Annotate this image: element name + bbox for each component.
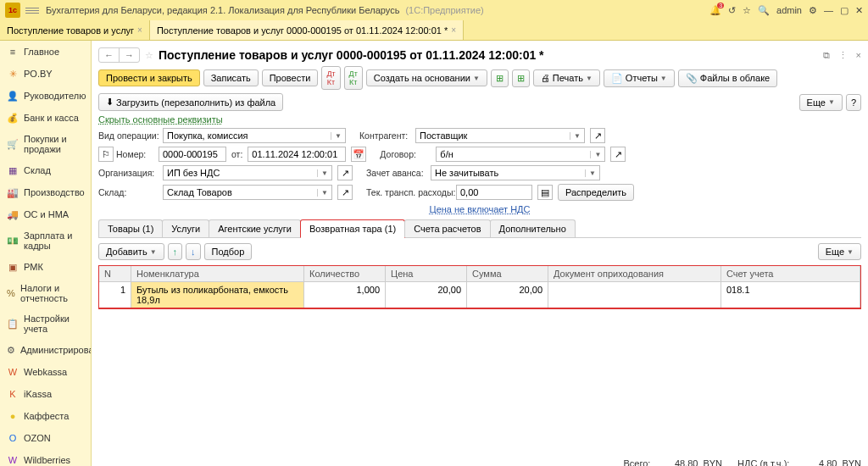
sidebar-item[interactable]: ▦Склад (0, 159, 91, 181)
table-row[interactable]: 1 Бутыль из поликарбоната, емкость 18,9л… (99, 282, 860, 308)
user-label[interactable]: admin (776, 5, 802, 15)
open-wh-icon[interactable]: ↗ (337, 185, 353, 200)
contragent-field[interactable]: Поставщик▼ (415, 128, 585, 143)
excel2-icon[interactable]: ⊞ (512, 69, 530, 87)
sidebar-item[interactable]: ●Каффеста (0, 405, 91, 427)
history-icon[interactable]: ↺ (728, 5, 736, 16)
cell-price[interactable]: 20,00 (386, 282, 467, 308)
number-field[interactable]: 0000-000195 (159, 147, 226, 162)
cell-doc[interactable] (548, 282, 721, 308)
cell-qty[interactable]: 1,000 (304, 282, 386, 308)
date-field[interactable]: 01.11.2024 12:00:01 (248, 147, 346, 162)
sidebar-item[interactable]: %Налоги и отчетность (0, 278, 91, 308)
sidebar-item[interactable]: KiKassa (0, 383, 91, 405)
sidebar-label: Руководителю (24, 91, 86, 101)
sidebar-item[interactable]: 🚚ОС и НМА (0, 203, 91, 225)
warehouse-field[interactable]: Склад Товаров▼ (163, 185, 332, 200)
help-button[interactable]: ? (846, 94, 861, 111)
th-n[interactable]: N (99, 266, 131, 281)
calc-icon[interactable]: ▤ (537, 185, 553, 200)
detail-tab[interactable]: Дополнительно (490, 219, 576, 237)
maximize-icon[interactable]: ▢ (840, 5, 849, 16)
th-doc[interactable]: Документ оприходования (548, 266, 721, 281)
link-icon[interactable]: ⧉ (823, 50, 830, 61)
th-acc[interactable]: Счет учета (721, 266, 860, 281)
dt-kt2-icon[interactable]: ДтКт (344, 66, 363, 90)
post-button[interactable]: Провести (262, 69, 319, 86)
sidebar-item[interactable]: WWebkassa (0, 361, 91, 383)
add-button[interactable]: Добавить▼ (98, 243, 164, 260)
detail-tab[interactable]: Счета расчетов (404, 219, 490, 237)
sidebar-item[interactable]: 🛒Покупки и продажи (0, 129, 91, 159)
sidebar-item[interactable]: ▣РМК (0, 256, 91, 278)
open-org-icon[interactable]: ↗ (337, 165, 353, 180)
calendar-icon[interactable]: 📅 (351, 147, 366, 162)
move-up-icon[interactable]: ↑ (168, 243, 183, 260)
close-tab-icon[interactable]: × (451, 25, 456, 35)
org-field[interactable]: ИП без НДС▼ (163, 165, 332, 180)
transp-field[interactable]: 0,00 (456, 185, 532, 200)
sidebar-item[interactable]: ≡Главное (0, 41, 91, 63)
cell-sum[interactable]: 20,00 (467, 282, 548, 308)
price-note-link[interactable]: Цена не включает НДС (430, 204, 531, 214)
nav-fwd-icon[interactable]: → (120, 48, 139, 62)
post-close-button[interactable]: Провести и закрыть (98, 69, 200, 86)
nav-buttons[interactable]: ← → (98, 47, 140, 63)
sidebar-label: ОС и НМА (24, 209, 69, 219)
hide-main-link[interactable]: Скрыть основные реквизиты (98, 114, 223, 125)
dt-kt-icon[interactable]: ДтКт (321, 66, 340, 90)
detail-tab[interactable]: Услуги (162, 219, 209, 237)
nav-back-icon[interactable]: ← (99, 48, 120, 62)
reports-button[interactable]: 📄 Отчеты▼ (604, 69, 675, 87)
settings-icon[interactable]: ⚙ (809, 5, 817, 16)
create-based-button[interactable]: Создать на основании▼ (366, 69, 487, 86)
files-cloud-button[interactable]: 📎 Файлы в облаке (678, 69, 777, 87)
th-price[interactable]: Цена (386, 266, 467, 281)
close-icon[interactable]: ✕ (855, 5, 863, 16)
sidebar-item[interactable]: 💵Зарплата и кадры (0, 225, 91, 256)
distribute-button[interactable]: Распределить (558, 184, 634, 201)
table-more-button[interactable]: Еще▼ (818, 243, 861, 260)
th-sum[interactable]: Сумма (467, 266, 548, 281)
detail-tab[interactable]: Товары (1) (98, 219, 163, 237)
more-button[interactable]: Еще▼ (799, 94, 843, 111)
load-file-button[interactable]: ⬇ Загрузить (перезаполнить) из файла (98, 93, 283, 111)
sidebar-item[interactable]: 📋Настройки учета (0, 308, 91, 339)
more-icon[interactable]: ⋮ (838, 50, 848, 61)
window-tab[interactable]: Поступление товаров и услуг× (0, 20, 150, 40)
open-contragent-icon[interactable]: ↗ (590, 128, 605, 143)
th-nom[interactable]: Номенклатура (131, 266, 304, 281)
sidebar-icon: ⚙ (7, 344, 15, 356)
sidebar-item[interactable]: 💰Банк и касса (0, 107, 91, 129)
close-tab-icon[interactable]: × (137, 25, 142, 35)
cell-acc[interactable]: 018.1 (721, 282, 860, 308)
save-button[interactable]: Записать (203, 69, 259, 86)
search-icon[interactable]: 🔍 (758, 5, 770, 16)
detail-tab[interactable]: Агентские услуги (209, 219, 301, 237)
sidebar-item[interactable]: 👤Руководителю (0, 85, 91, 107)
th-qty[interactable]: Количество (304, 266, 386, 281)
minimize-icon[interactable]: — (824, 5, 833, 15)
bell-icon[interactable]: 🔔3 (709, 5, 721, 16)
sidebar-item[interactable]: ✳PO.BY (0, 63, 91, 85)
sidebar-item[interactable]: OOZON (0, 427, 91, 449)
hamburger-icon[interactable] (25, 3, 39, 17)
op-type-field[interactable]: Покупка, комиссия▼ (163, 128, 346, 143)
close-doc-icon[interactable]: × (856, 50, 861, 61)
sidebar-item[interactable]: 🏭Производство (0, 181, 91, 203)
advance-field[interactable]: Не зачитывать▼ (431, 165, 600, 180)
sidebar-item[interactable]: WWildberries (0, 449, 91, 466)
star-toggle-icon[interactable]: ☆ (145, 50, 153, 61)
flag-icon[interactable]: ⚐ (98, 147, 114, 162)
detail-tab[interactable]: Возвратная тара (1) (300, 219, 405, 238)
move-down-icon[interactable]: ↓ (186, 243, 201, 260)
select-button[interactable]: Подбор (204, 243, 253, 260)
open-contract-icon[interactable]: ↗ (610, 147, 626, 162)
sidebar-item[interactable]: ⚙Администрирование (0, 339, 91, 361)
excel-icon[interactable]: ⊞ (491, 69, 509, 87)
contract-field[interactable]: б/н▼ (436, 147, 605, 162)
star-icon[interactable]: ☆ (743, 5, 751, 16)
cell-nom[interactable]: Бутыль из поликарбоната, емкость 18,9л (131, 282, 304, 308)
print-button[interactable]: 🖨 Печать▼ (533, 69, 600, 86)
window-tab-active[interactable]: Поступление товаров и услуг 0000-000195 … (150, 20, 464, 40)
